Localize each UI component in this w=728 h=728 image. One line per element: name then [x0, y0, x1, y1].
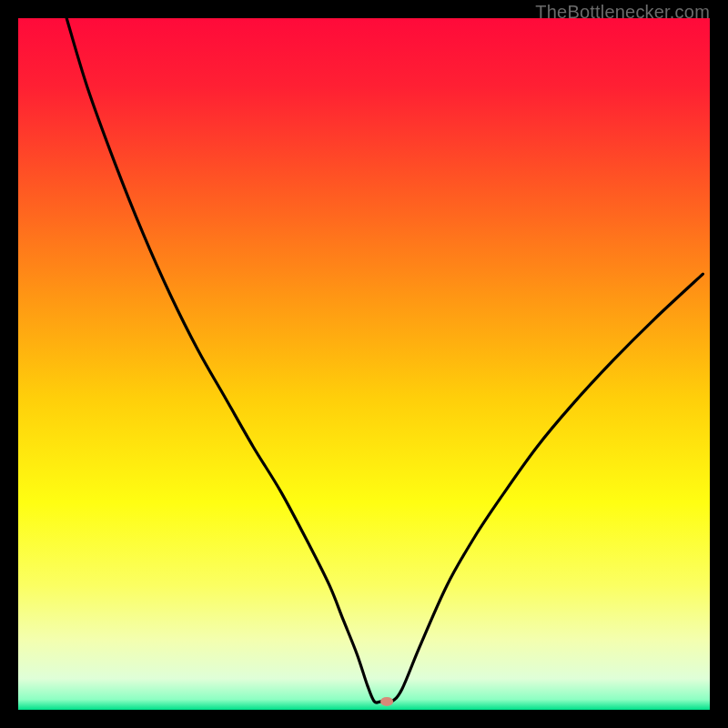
chart-background [18, 18, 710, 710]
chart-svg [18, 18, 710, 710]
optimum-marker [380, 697, 393, 706]
chart-container: TheBottlenecker.com [0, 0, 728, 728]
